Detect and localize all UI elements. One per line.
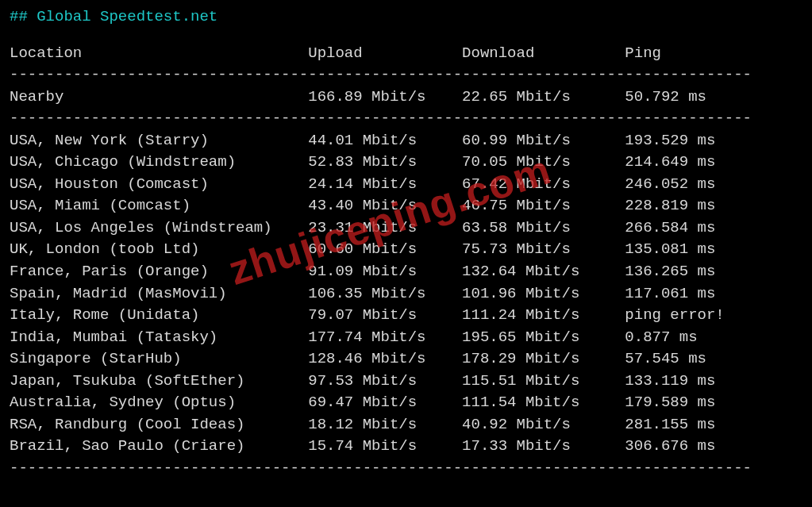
- speedtest-table: Location Upload Download Ping ----------…: [10, 43, 802, 480]
- section-title: ## Global Speedtest.net: [10, 6, 802, 29]
